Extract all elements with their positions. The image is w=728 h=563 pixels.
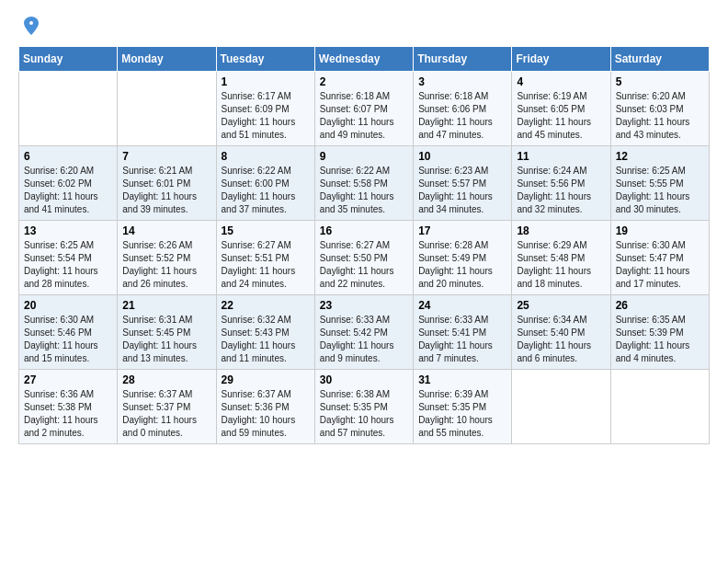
daylight: Daylight: 11 hours and 28 minutes.	[24, 266, 98, 289]
sunrise: Sunrise: 6:32 AM	[222, 315, 291, 325]
sunset: Sunset: 5:37 PM	[122, 402, 190, 412]
sunset: Sunset: 5:41 PM	[418, 327, 486, 338]
calendar-cell: 8 Sunrise: 6:22 AM Sunset: 6:00 PM Dayli…	[216, 146, 314, 221]
day-info: Sunrise: 6:36 AM Sunset: 5:38 PM Dayligh…	[24, 388, 112, 440]
day-info: Sunrise: 6:39 AM Sunset: 5:35 PM Dayligh…	[418, 388, 506, 440]
day-info: Sunrise: 6:25 AM Sunset: 5:54 PM Dayligh…	[24, 239, 112, 291]
day-number: 24	[418, 299, 506, 312]
sunset: Sunset: 5:52 PM	[122, 253, 190, 263]
day-number: 21	[122, 299, 210, 312]
daylight: Daylight: 11 hours and 18 minutes.	[517, 266, 591, 289]
calendar-cell: 30 Sunrise: 6:38 AM Sunset: 5:35 PM Dayl…	[314, 370, 413, 444]
day-number: 12	[616, 150, 704, 163]
daylight: Daylight: 11 hours and 49 minutes.	[320, 117, 394, 140]
calendar-cell: 2 Sunrise: 6:18 AM Sunset: 6:07 PM Dayli…	[314, 72, 413, 146]
day-number: 1	[222, 75, 310, 88]
sunrise: Sunrise: 6:18 AM	[320, 91, 390, 101]
sunset: Sunset: 5:48 PM	[517, 253, 585, 263]
daylight: Daylight: 10 hours and 59 minutes.	[222, 415, 296, 438]
day-info: Sunrise: 6:30 AM Sunset: 5:47 PM Dayligh…	[616, 239, 704, 291]
sunset: Sunset: 5:47 PM	[616, 253, 684, 263]
sunrise: Sunrise: 6:24 AM	[517, 166, 586, 176]
calendar-week-row: 1 Sunrise: 6:17 AM Sunset: 6:09 PM Dayli…	[19, 72, 710, 146]
sunset: Sunset: 6:00 PM	[222, 178, 290, 189]
sunset: Sunset: 5:35 PM	[320, 402, 388, 412]
daylight: Daylight: 11 hours and 7 minutes.	[418, 340, 493, 363]
day-of-week-header: Monday	[118, 47, 216, 72]
day-of-week-header: Saturday	[610, 47, 709, 72]
day-number: 3	[418, 75, 506, 88]
day-number: 29	[222, 373, 310, 386]
daylight: Daylight: 11 hours and 26 minutes.	[122, 266, 197, 289]
day-info: Sunrise: 6:29 AM Sunset: 5:48 PM Dayligh…	[517, 239, 605, 291]
sunrise: Sunrise: 6:22 AM	[320, 166, 390, 176]
day-info: Sunrise: 6:24 AM Sunset: 5:56 PM Dayligh…	[517, 165, 605, 216]
day-number: 18	[517, 224, 605, 237]
daylight: Daylight: 11 hours and 20 minutes.	[418, 266, 493, 289]
day-number: 15	[222, 224, 310, 237]
sunset: Sunset: 6:02 PM	[24, 178, 92, 189]
day-of-week-header: Thursday	[414, 47, 512, 72]
daylight: Daylight: 11 hours and 51 minutes.	[222, 117, 296, 140]
sunset: Sunset: 6:05 PM	[517, 104, 585, 114]
calendar-cell	[610, 370, 709, 444]
calendar-cell: 24 Sunrise: 6:33 AM Sunset: 5:41 PM Dayl…	[414, 295, 512, 370]
daylight: Daylight: 11 hours and 43 minutes.	[616, 117, 690, 140]
sunrise: Sunrise: 6:28 AM	[418, 240, 488, 250]
calendar-cell: 23 Sunrise: 6:33 AM Sunset: 5:42 PM Dayl…	[314, 295, 413, 370]
calendar-cell: 5 Sunrise: 6:20 AM Sunset: 6:03 PM Dayli…	[610, 72, 709, 146]
day-info: Sunrise: 6:26 AM Sunset: 5:52 PM Dayligh…	[122, 239, 210, 291]
daylight: Daylight: 11 hours and 34 minutes.	[418, 191, 493, 214]
daylight: Daylight: 11 hours and 35 minutes.	[320, 191, 394, 214]
calendar-cell: 28 Sunrise: 6:37 AM Sunset: 5:37 PM Dayl…	[118, 370, 216, 444]
day-info: Sunrise: 6:34 AM Sunset: 5:40 PM Dayligh…	[517, 314, 605, 365]
calendar-cell: 4 Sunrise: 6:19 AM Sunset: 6:05 PM Dayli…	[512, 72, 610, 146]
calendar-cell: 10 Sunrise: 6:23 AM Sunset: 5:57 PM Dayl…	[414, 146, 512, 221]
calendar-cell: 3 Sunrise: 6:18 AM Sunset: 6:06 PM Dayli…	[414, 72, 512, 146]
daylight: Daylight: 11 hours and 32 minutes.	[517, 191, 591, 214]
sunrise: Sunrise: 6:30 AM	[24, 315, 94, 325]
sunrise: Sunrise: 6:37 AM	[222, 389, 291, 399]
sunset: Sunset: 5:50 PM	[320, 253, 388, 263]
day-info: Sunrise: 6:35 AM Sunset: 5:39 PM Dayligh…	[616, 314, 704, 365]
day-info: Sunrise: 6:20 AM Sunset: 6:03 PM Dayligh…	[616, 90, 704, 142]
day-info: Sunrise: 6:33 AM Sunset: 5:42 PM Dayligh…	[320, 314, 408, 365]
sunrise: Sunrise: 6:19 AM	[517, 91, 586, 101]
calendar-week-row: 13 Sunrise: 6:25 AM Sunset: 5:54 PM Dayl…	[19, 221, 710, 295]
calendar-cell	[19, 72, 118, 146]
day-of-week-header: Sunday	[19, 47, 118, 72]
sunrise: Sunrise: 6:20 AM	[616, 91, 686, 101]
sunset: Sunset: 6:06 PM	[418, 104, 486, 114]
calendar-cell: 6 Sunrise: 6:20 AM Sunset: 6:02 PM Dayli…	[19, 146, 118, 221]
daylight: Daylight: 11 hours and 4 minutes.	[616, 340, 690, 363]
calendar-cell: 18 Sunrise: 6:29 AM Sunset: 5:48 PM Dayl…	[512, 221, 610, 295]
daylight: Daylight: 11 hours and 37 minutes.	[222, 191, 296, 214]
daylight: Daylight: 11 hours and 11 minutes.	[222, 340, 296, 363]
calendar-cell: 16 Sunrise: 6:27 AM Sunset: 5:50 PM Dayl…	[314, 221, 413, 295]
day-info: Sunrise: 6:22 AM Sunset: 5:58 PM Dayligh…	[320, 165, 408, 216]
calendar-week-row: 27 Sunrise: 6:36 AM Sunset: 5:38 PM Dayl…	[19, 370, 710, 444]
sunset: Sunset: 5:58 PM	[320, 178, 388, 189]
day-of-week-header: Tuesday	[216, 47, 314, 72]
daylight: Daylight: 11 hours and 22 minutes.	[320, 266, 394, 289]
day-info: Sunrise: 6:37 AM Sunset: 5:37 PM Dayligh…	[122, 388, 210, 440]
sunset: Sunset: 6:07 PM	[320, 104, 388, 114]
calendar-header-row: SundayMondayTuesdayWednesdayThursdayFrid…	[19, 47, 710, 72]
day-info: Sunrise: 6:21 AM Sunset: 6:01 PM Dayligh…	[122, 165, 210, 216]
calendar-cell: 29 Sunrise: 6:37 AM Sunset: 5:36 PM Dayl…	[216, 370, 314, 444]
calendar-cell: 27 Sunrise: 6:36 AM Sunset: 5:38 PM Dayl…	[19, 370, 118, 444]
day-number: 19	[616, 224, 704, 237]
sunrise: Sunrise: 6:31 AM	[122, 315, 192, 325]
day-info: Sunrise: 6:22 AM Sunset: 6:00 PM Dayligh…	[222, 165, 310, 216]
day-number: 4	[517, 75, 605, 88]
sunset: Sunset: 5:39 PM	[616, 327, 684, 338]
sunset: Sunset: 5:35 PM	[418, 402, 486, 412]
day-info: Sunrise: 6:19 AM Sunset: 6:05 PM Dayligh…	[517, 90, 605, 142]
sunset: Sunset: 5:56 PM	[517, 178, 585, 189]
daylight: Daylight: 11 hours and 2 minutes.	[24, 415, 98, 438]
sunrise: Sunrise: 6:39 AM	[418, 389, 488, 399]
calendar-week-row: 20 Sunrise: 6:30 AM Sunset: 5:46 PM Dayl…	[19, 295, 710, 370]
sunrise: Sunrise: 6:20 AM	[24, 166, 94, 176]
sunrise: Sunrise: 6:21 AM	[122, 166, 192, 176]
day-number: 7	[122, 150, 210, 163]
